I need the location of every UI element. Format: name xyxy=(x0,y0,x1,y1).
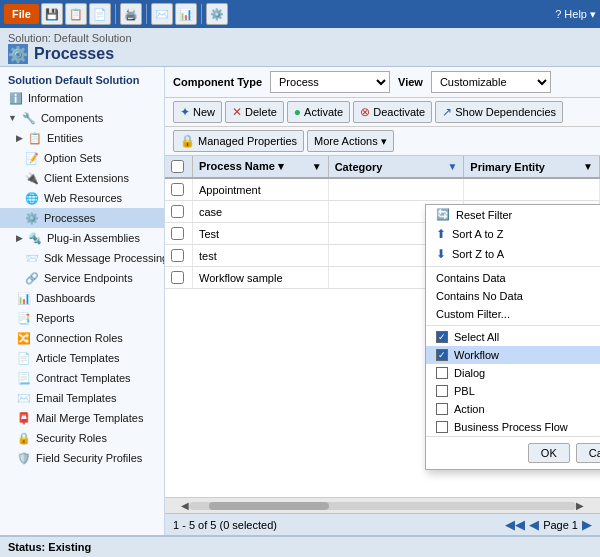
deactivate-button[interactable]: ⊗ Deactivate xyxy=(353,101,432,123)
help-button[interactable]: ? Help ▾ xyxy=(555,8,596,21)
more-actions-label: More Actions ▾ xyxy=(314,135,387,148)
sidebar-label-reports: Reports xyxy=(36,312,75,324)
row-entity-1 xyxy=(464,179,600,200)
dropdown-cancel-button[interactable]: Cancel xyxy=(576,443,600,463)
dropdown-contains-no-data[interactable]: Contains No Data xyxy=(426,287,600,305)
sidebar-item-reports[interactable]: 📑 Reports xyxy=(0,308,164,328)
row-cb-1[interactable] xyxy=(165,179,193,200)
dropdown-actions: OK Cancel xyxy=(426,436,600,469)
sidebar-item-connection-roles[interactable]: 🔀 Connection Roles xyxy=(0,328,164,348)
prev-page-button[interactable]: ◀ xyxy=(529,517,539,532)
sidebar-label-contract-templates: Contract Templates xyxy=(36,372,131,384)
sidebar-item-plugin-assemblies[interactable]: ▶ 🔩 Plug-in Assemblies xyxy=(0,228,164,248)
pbl-cb[interactable] xyxy=(436,385,448,397)
activate-button[interactable]: ● Activate xyxy=(287,101,350,123)
more-actions-button[interactable]: More Actions ▾ xyxy=(307,130,394,152)
sidebar-label-article-templates: Article Templates xyxy=(36,352,120,364)
dialog-cb[interactable] xyxy=(436,367,448,379)
filter-bar: Component Type Process View Customizable xyxy=(165,67,600,98)
file-button[interactable]: File xyxy=(4,4,39,24)
sidebar-item-option-sets[interactable]: 📝 Option Sets xyxy=(0,148,164,168)
pagination-controls: ◀◀ ◀ Page 1 ▶ xyxy=(505,517,592,532)
sidebar-item-information[interactable]: ℹ️ Information xyxy=(0,88,164,108)
toolbar-settings-icon[interactable]: ⚙️ xyxy=(206,3,228,25)
col-primary-entity[interactable]: Primary Entity ▼ xyxy=(464,156,600,177)
dropdown-reset-filter[interactable]: 🔄 Reset Filter xyxy=(426,205,600,224)
select-all-checkbox[interactable] xyxy=(171,160,184,173)
toolbar-copy-icon[interactable]: 📋 xyxy=(65,3,87,25)
next-page-button[interactable]: ▶ xyxy=(582,517,592,532)
dropdown-pbl[interactable]: PBL xyxy=(426,382,600,400)
table-row: Appointment xyxy=(165,179,600,201)
contains-data-label: Contains Data xyxy=(436,272,506,284)
toolbar-separator-3 xyxy=(201,4,202,24)
sidebar-item-security-roles[interactable]: 🔒 Security Roles xyxy=(0,428,164,448)
pagination-range: 1 - 5 of 5 (0 selected) xyxy=(173,519,277,531)
col-category[interactable]: Category ▼ xyxy=(329,156,465,177)
delete-button[interactable]: ✕ Delete xyxy=(225,101,284,123)
dropdown-ok-button[interactable]: OK xyxy=(528,443,570,463)
toolbar-email-icon[interactable]: ✉️ xyxy=(151,3,173,25)
bpf-cb[interactable] xyxy=(436,421,448,433)
workflow-label: Workflow xyxy=(454,349,499,361)
row-cb-2[interactable] xyxy=(165,201,193,222)
sidebar-item-contract-templates[interactable]: 📃 Contract Templates xyxy=(0,368,164,388)
first-page-button[interactable]: ◀◀ xyxy=(505,517,525,532)
delete-icon: ✕ xyxy=(232,105,242,119)
filter-icon-entity[interactable]: ▼ xyxy=(583,161,593,172)
sidebar-label-email-templates: Email Templates xyxy=(36,392,117,404)
sidebar-item-web-resources[interactable]: 🌐 Web Resources xyxy=(0,188,164,208)
dropdown-contains-data[interactable]: Contains Data xyxy=(426,269,600,287)
col-process-name[interactable]: Process Name ▾ ▼ xyxy=(193,156,329,177)
components-icon: 🔧 xyxy=(21,110,37,126)
workflow-cb[interactable]: ✓ xyxy=(436,349,448,361)
sidebar-label-plugin: Plug-in Assemblies xyxy=(47,232,140,244)
managed-properties-button[interactable]: 🔒 Managed Properties xyxy=(173,130,304,152)
pbl-label: PBL xyxy=(454,385,475,397)
sidebar-item-components[interactable]: ▼ 🔧 Components xyxy=(0,108,164,128)
dropdown-custom-filter[interactable]: Custom Filter... xyxy=(426,305,600,323)
sidebar-item-email-templates[interactable]: ✉️ Email Templates xyxy=(0,388,164,408)
filter-icon-name[interactable]: ▼ xyxy=(312,161,322,172)
sidebar-item-processes[interactable]: ⚙️ Processes xyxy=(0,208,164,228)
web-resources-icon: 🌐 xyxy=(24,190,40,206)
row-cb-4[interactable] xyxy=(165,245,193,266)
view-select[interactable]: Customizable xyxy=(431,71,551,93)
dropdown-sort-az[interactable]: ⬆ Sort A to Z xyxy=(426,224,600,244)
dropdown-sort-za[interactable]: ⬇ Sort Z to A xyxy=(426,244,600,264)
sidebar-item-service-endpoints[interactable]: 🔗 Service Endpoints xyxy=(0,268,164,288)
scroll-right-arrow[interactable]: ▶ xyxy=(576,500,584,511)
component-type-select[interactable]: Process xyxy=(270,71,390,93)
new-button[interactable]: ✦ New xyxy=(173,101,222,123)
filter-icon-category[interactable]: ▼ xyxy=(447,161,457,172)
dropdown-bpf[interactable]: Business Process Flow xyxy=(426,418,600,436)
select-all-cb[interactable]: ✓ xyxy=(436,331,448,343)
horizontal-scrollbar[interactable]: ◀ ▶ xyxy=(165,497,600,513)
action-cb[interactable] xyxy=(436,403,448,415)
dropdown-dialog[interactable]: Dialog xyxy=(426,364,600,382)
scroll-left-arrow[interactable]: ◀ xyxy=(181,500,189,511)
sidebar-item-mail-merge-templates[interactable]: 📮 Mail Merge Templates xyxy=(0,408,164,428)
row-cb-3[interactable] xyxy=(165,223,193,244)
dropdown-workflow[interactable]: ✓ Workflow xyxy=(426,346,600,364)
sidebar-item-article-templates[interactable]: 📄 Article Templates xyxy=(0,348,164,368)
sidebar-item-sdk-message[interactable]: 📨 Sdk Message Processing S... xyxy=(0,248,164,268)
scroll-track[interactable] xyxy=(189,502,576,510)
row-cb-5[interactable] xyxy=(165,267,193,288)
toolbar-save-icon[interactable]: 💾 xyxy=(41,3,63,25)
show-dependencies-button[interactable]: ↗ Show Dependencies xyxy=(435,101,563,123)
dropdown-action[interactable]: Action xyxy=(426,400,600,418)
sidebar-item-client-extensions[interactable]: 🔌 Client Extensions xyxy=(0,168,164,188)
sidebar-item-dashboards[interactable]: 📊 Dashboards xyxy=(0,288,164,308)
dropdown-select-all[interactable]: ✓ Select All xyxy=(426,328,600,346)
toolbar-report-icon[interactable]: 📊 xyxy=(175,3,197,25)
scroll-thumb[interactable] xyxy=(209,502,329,510)
toolbar-print-icon[interactable]: 🖨️ xyxy=(120,3,142,25)
sidebar-label-service: Service Endpoints xyxy=(44,272,133,284)
sidebar-item-field-security[interactable]: 🛡️ Field Security Profiles xyxy=(0,448,164,468)
deactivate-icon: ⊗ xyxy=(360,105,370,119)
toolbar-new-icon[interactable]: 📄 xyxy=(89,3,111,25)
col-name-label: Process Name ▾ xyxy=(199,160,284,173)
page-indicator: Page 1 xyxy=(543,519,578,531)
sidebar-item-entities[interactable]: ▶ 📋 Entities xyxy=(0,128,164,148)
